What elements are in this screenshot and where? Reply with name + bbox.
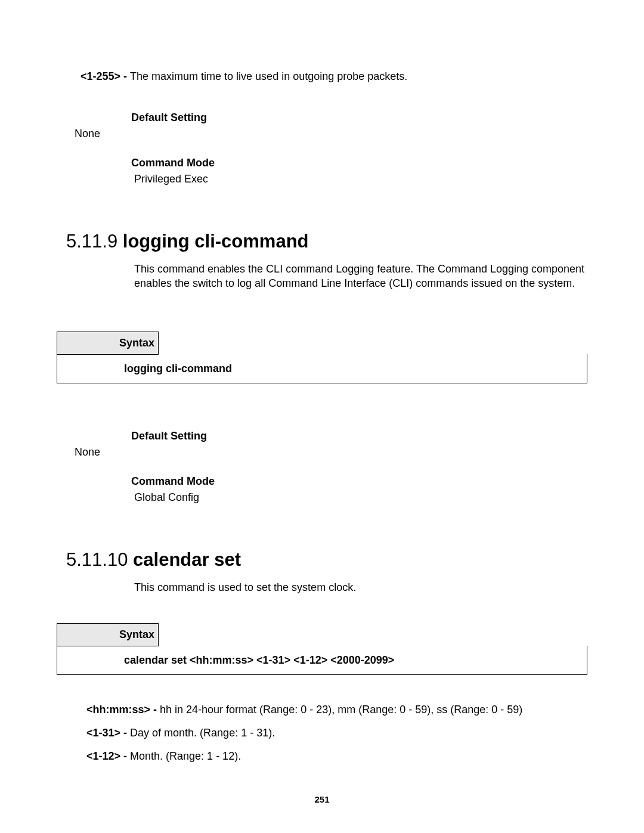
section-title-5-11-10: calendar set — [133, 549, 241, 570]
top-param-line: <1-255> - The maximum time to live used … — [57, 70, 587, 83]
param-row-3: <1-12> - Month. (Range: 1 - 12). — [86, 750, 587, 763]
default-setting-heading-2: Default Setting — [57, 430, 587, 442]
section-heading-5-11-10: 5.11.10 calendar set — [57, 549, 587, 571]
syntax-header-row: Syntax — [57, 332, 587, 354]
param-text-3: Month. (Range: 1 - 12). — [130, 750, 241, 762]
syntax-table-1: Syntax logging cli-command — [57, 332, 587, 383]
syntax-body-row-1: logging cli-command — [57, 354, 587, 383]
param-row-2: <1-31> - Day of month. (Range: 1 - 31). — [86, 727, 587, 739]
top-param-label: <1-255> - — [80, 70, 130, 82]
param-label-1: <hh:mm:ss> - — [86, 704, 160, 716]
section-gap-2 — [57, 504, 587, 549]
syntax-table-2: Syntax calendar set <hh:mm:ss> <1-31> <1… — [57, 623, 587, 675]
param-label-2: <1-31> - — [86, 727, 130, 739]
section-number-5-11-10: 5.11.10 — [66, 549, 133, 570]
page-number: 251 — [0, 794, 644, 804]
default-setting-value-2: None — [57, 446, 587, 459]
syntax-body-cell-1: logging cli-command — [57, 354, 587, 383]
syntax-header-row-2: Syntax — [57, 623, 587, 646]
syntax-header-blank-1 — [159, 332, 587, 354]
syntax-header-blank-2 — [159, 623, 587, 646]
section-title-5-11-9: logging cli-command — [123, 231, 309, 252]
command-mode-heading-1: Command Mode — [57, 157, 587, 169]
command-mode-heading-2: Command Mode — [57, 475, 587, 488]
param-label-3: <1-12> - — [86, 750, 130, 762]
param-text-1: hh in 24-hour format (Range: 0 - 23), mm… — [160, 704, 522, 716]
page-content: <1-255> - The maximum time to live used … — [0, 0, 644, 763]
command-mode-value-1: Privileged Exec — [57, 173, 587, 185]
section-body-5-11-9: This command enables the CLI command Log… — [57, 262, 587, 291]
param-text-2: Day of month. (Range: 1 - 31). — [130, 727, 275, 739]
section-body-5-11-10: This command is used to set the system c… — [57, 580, 587, 594]
param-row-1: <hh:mm:ss> - hh in 24-hour format (Range… — [86, 704, 587, 716]
section-gap-1 — [57, 185, 587, 231]
syntax-label-cell-1: Syntax — [57, 332, 159, 354]
syntax-label-cell-2: Syntax — [57, 623, 159, 646]
section-heading-5-11-9: 5.11.9 logging cli-command — [57, 231, 587, 252]
syntax-body-row-2: calendar set <hh:mm:ss> <1-31> <1-12> <2… — [57, 646, 587, 674]
section-number-5-11-9: 5.11.9 — [66, 231, 123, 252]
command-mode-value-2: Global Config — [57, 491, 587, 504]
default-setting-heading-1: Default Setting — [57, 112, 587, 124]
syntax-body-cell-2: calendar set <hh:mm:ss> <1-31> <1-12> <2… — [57, 646, 587, 674]
default-setting-value-1: None — [57, 128, 587, 140]
param-block: <hh:mm:ss> - hh in 24-hour format (Range… — [57, 704, 587, 763]
top-param-text: The maximum time to live used in outgoin… — [130, 70, 407, 82]
